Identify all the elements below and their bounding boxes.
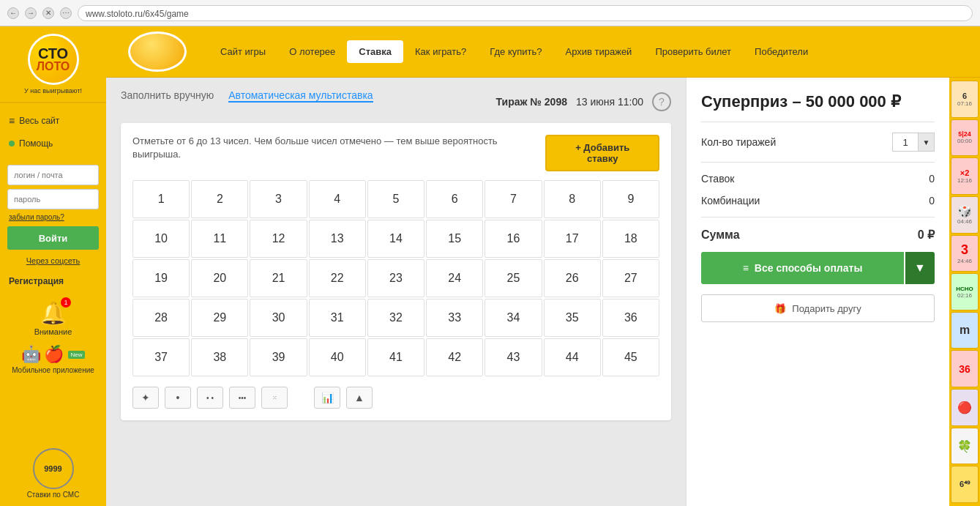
- number-cell-14[interactable]: 14: [367, 220, 424, 258]
- pay-main-button[interactable]: ≡ Все способы оплаты: [701, 252, 904, 284]
- number-cell-20[interactable]: 20: [191, 259, 248, 297]
- nav-about[interactable]: О лотерее: [277, 40, 347, 63]
- number-cell-35[interactable]: 35: [544, 299, 601, 337]
- toolbar-two[interactable]: • •: [197, 387, 223, 409]
- gift-button[interactable]: 🎁 Подарить другу: [701, 294, 935, 322]
- number-cell-40[interactable]: 40: [309, 338, 366, 376]
- number-cell-36[interactable]: 36: [602, 299, 659, 337]
- social-login-link[interactable]: Через соцсеть: [7, 256, 99, 265]
- number-cell-28[interactable]: 28: [132, 299, 190, 337]
- number-cell-3[interactable]: 3: [250, 180, 307, 218]
- attention-label: Внимание: [34, 327, 72, 336]
- number-cell-5[interactable]: 5: [367, 180, 424, 218]
- number-cell-29[interactable]: 29: [191, 299, 248, 337]
- mobile-app-area[interactable]: 🤖 🍎 New Мобильное приложение: [12, 345, 94, 375]
- add-bet-button[interactable]: + Добавить ставку: [545, 135, 659, 171]
- number-cell-26[interactable]: 26: [544, 259, 601, 297]
- login-button[interactable]: Войти: [7, 226, 99, 250]
- number-cell-7[interactable]: 7: [485, 180, 542, 218]
- forward-btn[interactable]: →: [25, 7, 37, 19]
- grid-btn[interactable]: ⋯: [60, 7, 72, 19]
- toolbar-four[interactable]: ⁙: [261, 387, 288, 409]
- toolbar-one[interactable]: •: [165, 387, 191, 409]
- nav-buy[interactable]: Где купить?: [478, 40, 553, 63]
- number-cell-39[interactable]: 39: [250, 338, 307, 376]
- nav-winners[interactable]: Победители: [743, 40, 820, 63]
- number-cell-25[interactable]: 25: [485, 259, 542, 297]
- side-game-2[interactable]: 5|24 00:00: [951, 119, 979, 157]
- help-button[interactable]: ?: [652, 92, 671, 111]
- number-cell-21[interactable]: 21: [250, 259, 307, 297]
- number-cell-45[interactable]: 45: [602, 338, 659, 376]
- sms-label: Ставки по СМС: [27, 491, 80, 499]
- number-cell-38[interactable]: 38: [191, 338, 248, 376]
- register-link[interactable]: Регистрация: [9, 276, 64, 286]
- side-game-10[interactable]: 🍀: [951, 428, 979, 465]
- number-cell-6[interactable]: 6: [426, 180, 483, 218]
- prize-divider3: [701, 217, 935, 217]
- nav-check[interactable]: Проверить билет: [643, 40, 743, 63]
- sum-row: Сумма 0 ₽: [701, 228, 935, 242]
- number-cell-15[interactable]: 15: [426, 220, 483, 258]
- side-game-5[interactable]: 3 24:46: [951, 235, 979, 272]
- number-cell-12[interactable]: 12: [250, 220, 307, 258]
- number-cell-34[interactable]: 34: [485, 299, 542, 337]
- side-game-4[interactable]: 🎲 04:46: [951, 196, 979, 234]
- side-game-7[interactable]: m: [951, 312, 979, 349]
- url-bar[interactable]: www.stoloto.ru/6x45/game: [78, 5, 973, 21]
- number-cell-33[interactable]: 33: [426, 299, 483, 337]
- number-cell-42[interactable]: 42: [426, 338, 483, 376]
- side-game-9[interactable]: 🔴: [951, 389, 979, 426]
- number-cell-13[interactable]: 13: [309, 220, 366, 258]
- number-cell-18[interactable]: 18: [602, 220, 659, 258]
- side-game-8[interactable]: 36: [951, 350, 979, 387]
- back-btn[interactable]: ←: [7, 7, 19, 19]
- nav-site[interactable]: Сайт игры: [209, 40, 277, 63]
- number-cell-19[interactable]: 19: [132, 259, 190, 297]
- number-cell-31[interactable]: 31: [309, 299, 366, 337]
- number-cell-17[interactable]: 17: [544, 220, 601, 258]
- number-cell-27[interactable]: 27: [602, 259, 659, 297]
- number-cell-41[interactable]: 41: [367, 338, 424, 376]
- number-cell-22[interactable]: 22: [309, 259, 366, 297]
- login-input[interactable]: [7, 165, 99, 185]
- forgot-password-link[interactable]: забыли пароль?: [7, 213, 99, 221]
- number-cell-30[interactable]: 30: [250, 299, 307, 337]
- number-cell-4[interactable]: 4: [309, 180, 366, 218]
- number-cell-9[interactable]: 9: [602, 180, 659, 218]
- tab-auto[interactable]: Автоматическая мультиставка: [228, 89, 373, 103]
- number-cell-37[interactable]: 37: [132, 338, 190, 376]
- number-cell-11[interactable]: 11: [191, 220, 248, 258]
- sms-bet-area[interactable]: 9999 Ставки по СМС: [27, 448, 80, 499]
- number-cell-32[interactable]: 32: [367, 299, 424, 337]
- password-input[interactable]: [7, 189, 99, 209]
- toolbar-clear[interactable]: ✦: [132, 387, 159, 409]
- tab-manual[interactable]: Заполнить вручную: [121, 89, 214, 103]
- sidebar: СТО ЛОТО У нас выигрывают! ≡ Весь сайт П…: [0, 26, 106, 506]
- side-game-11[interactable]: 6⁴⁹: [951, 466, 979, 503]
- number-cell-23[interactable]: 23: [367, 259, 424, 297]
- draws-arrow[interactable]: ▼: [919, 133, 935, 152]
- side-game-6[interactable]: НСНО 02:16: [951, 273, 979, 310]
- number-cell-43[interactable]: 43: [485, 338, 542, 376]
- nav-howto[interactable]: Как играть?: [403, 40, 478, 63]
- number-cell-44[interactable]: 44: [544, 338, 601, 376]
- sidebar-item-allsite[interactable]: ≡ Весь сайт: [0, 109, 106, 133]
- toolbar-chart[interactable]: 📊: [314, 387, 340, 409]
- number-cell-8[interactable]: 8: [544, 180, 601, 218]
- side-game-3[interactable]: ×2 12:16: [951, 157, 979, 195]
- nav-bet[interactable]: Ставка: [347, 40, 403, 63]
- side-game-1[interactable]: 6 07:16: [951, 81, 979, 118]
- toolbar-three[interactable]: •••: [229, 387, 255, 409]
- sidebar-item-help[interactable]: Помощь: [0, 133, 106, 155]
- number-cell-16[interactable]: 16: [485, 220, 542, 258]
- sidebar-attention[interactable]: 🔔 1 Внимание: [34, 300, 72, 336]
- pay-dropdown-button[interactable]: ▼: [905, 252, 935, 284]
- number-cell-1[interactable]: 1: [132, 180, 190, 218]
- nav-archive[interactable]: Архив тиражей: [553, 40, 643, 63]
- toolbar-up[interactable]: ▲: [346, 387, 373, 409]
- close-btn[interactable]: ✕: [42, 7, 54, 19]
- number-cell-2[interactable]: 2: [191, 180, 248, 218]
- number-cell-10[interactable]: 10: [132, 220, 190, 258]
- number-cell-24[interactable]: 24: [426, 259, 483, 297]
